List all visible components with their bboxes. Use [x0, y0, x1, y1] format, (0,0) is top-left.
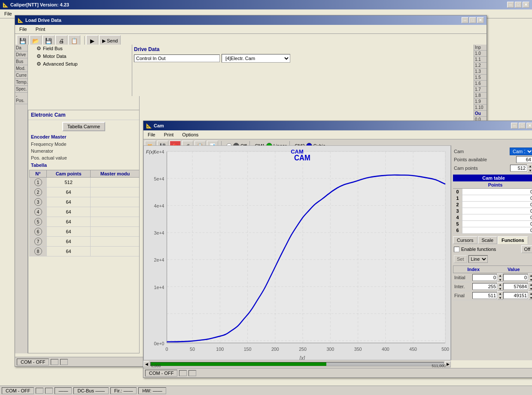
- inter-index-input[interactable]: [472, 283, 497, 290]
- load-drive-com-status: COM - OFF: [17, 359, 49, 365]
- scroll-thumb: [151, 362, 326, 366]
- final-value-input[interactable]: [503, 292, 528, 299]
- elcam-header: Eletronic Cam: [28, 110, 139, 120]
- line-dropdown[interactable]: Line: [468, 255, 488, 263]
- cam-menu-file[interactable]: File: [145, 131, 158, 138]
- fieldbus-icon: ⚙: [36, 45, 41, 51]
- rs-11: 1.1: [474, 57, 486, 63]
- initial-value-input[interactable]: [503, 274, 528, 281]
- load-drive-close-btn[interactable]: ✕: [477, 17, 484, 23]
- final-index-input[interactable]: [472, 292, 497, 299]
- drive-data-dropdown[interactable]: [4]Electr. Cam [1]Speed [2]Torque [3]Pos…: [222, 54, 290, 63]
- cam-points-spin-down[interactable]: ▼: [527, 168, 532, 172]
- table-row: 1512: [30, 178, 140, 187]
- scroll-track[interactable]: [150, 362, 444, 366]
- load-drive-menu-print[interactable]: Print: [33, 26, 48, 33]
- tab-cursors[interactable]: Cursors: [453, 236, 477, 244]
- load-drive-title-bar: 📐 Load Drive Data ─ □ ✕: [15, 15, 486, 25]
- sidebar-bus: Bus: [15, 58, 27, 65]
- scroll-right-arrow[interactable]: ▶: [445, 361, 451, 367]
- inter-value-input[interactable]: [503, 283, 528, 290]
- inter-val-up[interactable]: ▲: [528, 282, 532, 286]
- main-title-bar: 📐 Caliper[NTT] Version: 4.23 ─ □ ✕: [0, 0, 532, 9]
- cam-close-btn[interactable]: ✕: [526, 123, 532, 129]
- scroll-left-label: 0,000: [151, 364, 161, 368]
- cam-minimize-btn[interactable]: ─: [511, 123, 518, 129]
- load-drive-status-indicator2: [60, 359, 68, 365]
- svg-text:3e+4: 3e+4: [154, 230, 164, 236]
- cam-label-row: Cam Cam 1: [453, 147, 532, 156]
- inter-idx-down[interactable]: ▼: [497, 286, 503, 291]
- sidebar-mod: Mod.: [15, 65, 27, 72]
- cam-menu-bar: File Print Options: [143, 130, 532, 139]
- cam-menu-options[interactable]: Options: [179, 131, 201, 138]
- initial-val-up[interactable]: ▲: [528, 273, 532, 277]
- cam-row: 00: [453, 189, 532, 195]
- tabella-camme-btn[interactable]: Tabella Camme: [62, 122, 105, 131]
- final-val-up[interactable]: ▲: [528, 291, 532, 295]
- tree-item-motordata[interactable]: ⚙ Motor Data: [28, 52, 139, 60]
- cam-row: 30: [453, 208, 532, 214]
- control-in-out-input[interactable]: [134, 54, 220, 62]
- initial-idx-down[interactable]: ▼: [497, 277, 503, 282]
- sidebar-temp: Temp.: [15, 79, 27, 86]
- scroll-left-arrow[interactable]: ◀: [143, 361, 149, 367]
- main-maximize-btn[interactable]: □: [515, 2, 522, 8]
- tabella-label: Tabella: [28, 161, 139, 169]
- cam-points-input[interactable]: [510, 165, 527, 172]
- load-drive-menu-file[interactable]: File: [17, 26, 30, 33]
- inter-val-down[interactable]: ▼: [528, 286, 532, 291]
- initial-val-down[interactable]: ▼: [528, 277, 532, 282]
- final-label: Final: [453, 292, 472, 299]
- cam-maximize-btn[interactable]: □: [519, 123, 526, 129]
- rs-18: 1.8: [474, 93, 486, 99]
- main-status-ind2: [45, 388, 53, 394]
- final-idx-up[interactable]: ▲: [497, 291, 503, 295]
- chart-container: F(x) CAM: [143, 145, 451, 360]
- chart-title: CAM: [291, 148, 304, 155]
- chart-svg: 6e+4 5e+4 4e+4 3e+4 2e+4 1e+4 0e+0 0 50 …: [144, 146, 450, 360]
- index-col-header: Index: [453, 266, 494, 273]
- table-row: 664: [30, 227, 140, 237]
- tree-item-fieldbus[interactable]: ⚙ Field Bus: [28, 45, 139, 52]
- cam-label: Cam: [454, 149, 464, 154]
- svg-text:50: 50: [190, 347, 195, 352]
- cam-icon: 📐: [146, 123, 152, 129]
- svg-text:5e+4: 5e+4: [154, 176, 164, 182]
- svg-text:2e+4: 2e+4: [154, 257, 164, 263]
- set-btn[interactable]: Set: [454, 255, 467, 263]
- cam-status-ind1: [179, 370, 187, 376]
- svg-text:300: 300: [326, 347, 334, 352]
- cam-points-spin-up[interactable]: ▲: [527, 164, 532, 168]
- cam-selector[interactable]: Cam 1: [510, 148, 532, 155]
- load-drive-minimize-btn[interactable]: ─: [462, 17, 468, 23]
- initial-idx-up[interactable]: ▲: [497, 273, 503, 277]
- cam-menu-print[interactable]: Print: [161, 131, 176, 138]
- main-menu-file[interactable]: File: [2, 10, 15, 17]
- inter-idx-up[interactable]: ▲: [497, 282, 503, 286]
- enable-functions-checkbox[interactable]: [454, 247, 459, 252]
- main-close-btn[interactable]: ✕: [523, 2, 529, 8]
- cam-data-panel: Cam Cam 1 Points available 64 Cam points: [451, 145, 532, 360]
- tab-scale[interactable]: Scale: [478, 236, 498, 244]
- advsetup-label: Advanced Setup: [43, 61, 78, 66]
- tree-item-advsetup[interactable]: ⚙ Advanced Setup: [28, 60, 139, 68]
- rs-13: 1.3: [474, 69, 486, 75]
- pos-actual-label: Pos. actual value: [31, 155, 137, 160]
- main-minimize-btn[interactable]: ─: [507, 2, 514, 8]
- initial-index-input[interactable]: [472, 274, 497, 281]
- tab-functions[interactable]: Functions: [498, 236, 528, 244]
- off-btn[interactable]: Off: [521, 245, 532, 253]
- main-status-ind1: [36, 388, 43, 394]
- cam-rows-container: 00102030405060: [453, 189, 532, 234]
- load-drive-maximize-btn[interactable]: □: [469, 17, 476, 23]
- cam-status-ind2: [188, 370, 196, 376]
- motordata-label: Motor Data: [43, 54, 66, 59]
- final-idx-down[interactable]: ▼: [497, 295, 503, 300]
- numerator-row: Numerator: [28, 148, 139, 154]
- points-available-value: 64: [516, 156, 532, 163]
- final-val-down[interactable]: ▼: [528, 295, 532, 300]
- frequency-mode-label: Frequency Mode: [31, 142, 137, 147]
- table-row: 864: [30, 247, 140, 256]
- cam-table-points-col: Points: [462, 181, 528, 188]
